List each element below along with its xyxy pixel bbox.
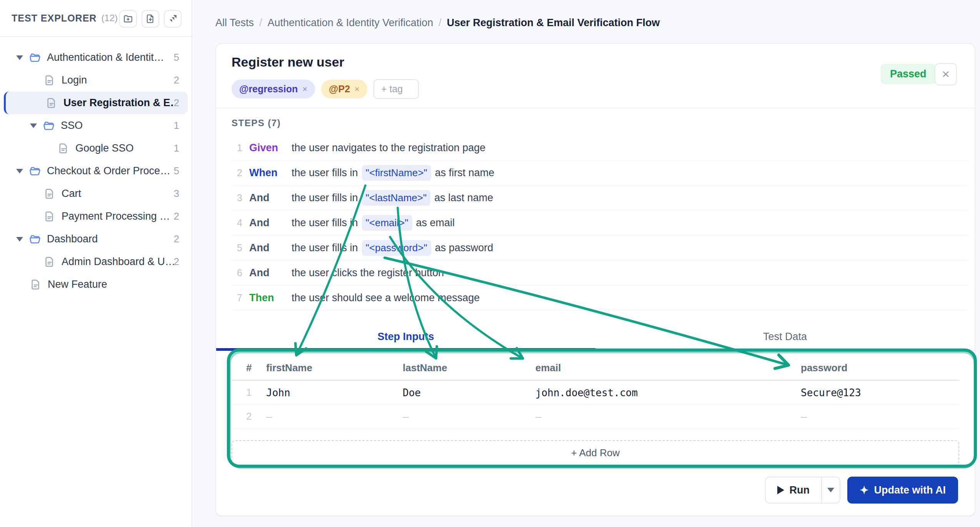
step-text: the user fills in: [292, 167, 358, 179]
step-text: as email: [416, 217, 455, 229]
sidebar-item-label: Admin Dashboard & U…: [62, 256, 174, 268]
sidebar-item-authentication[interactable]: Authentication & Identit… 5: [4, 46, 188, 69]
caret-down-icon[interactable]: [16, 169, 23, 173]
breadcrumb-all-tests[interactable]: All Tests: [215, 17, 254, 29]
item-count: 2: [174, 97, 188, 109]
tag-label: @P2: [329, 83, 350, 95]
cell-email[interactable]: john.doe@test.com: [528, 387, 793, 399]
new-folder-button[interactable]: [119, 10, 137, 28]
item-count: 2: [174, 210, 188, 222]
sidebar-item-label: Login: [62, 74, 87, 86]
actions-bar: Run ✦ Update with AI: [765, 477, 958, 504]
cell-firstName[interactable]: —: [258, 411, 395, 422]
new-test-button[interactable]: [142, 10, 159, 28]
sidebar-test-count: (12): [101, 13, 118, 23]
step-row[interactable]: 4 And the user fills in "<email>" as ema…: [232, 210, 968, 235]
row-number: 1: [232, 387, 258, 399]
step-keyword: And: [249, 192, 286, 204]
add-row-button[interactable]: + Add Row: [232, 440, 959, 465]
step-number: 3: [232, 192, 242, 203]
step-text: the user navigates to the registration p…: [292, 142, 485, 154]
cell-lastName[interactable]: Doe: [395, 387, 528, 399]
step-row[interactable]: 7 Then the user should see a welcome mes…: [232, 285, 968, 310]
cell-firstName[interactable]: John: [258, 387, 395, 399]
sidebar-item-sso[interactable]: SSO 1: [4, 114, 188, 137]
step-number: 7: [232, 292, 242, 304]
remove-tag-icon[interactable]: ×: [302, 84, 307, 94]
sidebar-item-new-feature[interactable]: New Feature: [4, 273, 188, 296]
test-case-card: Register new user @regression × @P2 × Pa…: [215, 43, 975, 516]
cell-password[interactable]: —: [793, 411, 959, 422]
item-count: 2: [174, 256, 188, 268]
sidebar-item-cart[interactable]: Cart 3: [4, 182, 188, 205]
test-case-title: Register new user: [232, 55, 344, 70]
sidebar-item-google-sso[interactable]: Google SSO 1: [4, 137, 188, 160]
sidebar-item-user-registration[interactable]: User Registration & E… 2: [4, 92, 188, 114]
divider: [216, 108, 975, 108]
close-button[interactable]: ×: [935, 63, 957, 85]
sparkle-icon: ✦: [860, 484, 868, 497]
remove-tag-icon[interactable]: ×: [355, 84, 360, 94]
cell-password[interactable]: Secure@123: [793, 387, 959, 399]
item-count: 1: [174, 142, 188, 154]
run-label: Run: [790, 484, 810, 496]
run-button[interactable]: Run: [765, 477, 840, 504]
add-tag-input[interactable]: [373, 79, 419, 99]
sidebar-item-label: New Feature: [48, 279, 107, 290]
column-header-password: password: [793, 362, 959, 374]
caret-down-icon[interactable]: [16, 237, 23, 242]
step-text: the user clicks the register button: [292, 267, 444, 279]
table-row[interactable]: 2 — — — —: [232, 405, 959, 429]
column-header-firstName: firstName: [258, 362, 395, 374]
step-text: as first name: [435, 167, 495, 179]
steps-heading: STEPS (7): [232, 118, 281, 128]
step-row[interactable]: 1 Given the user navigates to the regist…: [232, 135, 968, 160]
sidebar-item-login[interactable]: Login 2: [4, 69, 188, 92]
item-count: 5: [174, 52, 188, 63]
sidebar-item-admin-dashboard[interactable]: Admin Dashboard & U… 2: [4, 250, 188, 273]
sidebar-item-label: User Registration & E…: [63, 97, 174, 109]
step-param-lastName[interactable]: "<lastName>": [362, 190, 431, 206]
folder-icon: [43, 120, 55, 132]
jira-sync-button[interactable]: [164, 10, 182, 28]
table-row[interactable]: 1 John Doe john.doe@test.com Secure@123: [232, 381, 959, 405]
tab-step-inputs[interactable]: Step Inputs: [216, 323, 595, 350]
step-param-firstName[interactable]: "<firstName>": [362, 165, 431, 181]
update-with-ai-button[interactable]: ✦ Update with AI: [847, 477, 958, 504]
column-header-index: #: [232, 362, 258, 374]
item-count: 5: [174, 165, 188, 177]
active-tab-underline: [216, 348, 595, 351]
breadcrumb-folder[interactable]: Authentication & Identity Verification: [268, 17, 433, 29]
folder-icon: [29, 165, 41, 177]
step-row[interactable]: 3 And the user fills in "<lastName>" as …: [232, 185, 968, 210]
caret-down-icon[interactable]: [16, 55, 23, 60]
item-count: 2: [174, 233, 188, 245]
sidebar-item-label: Payment Processing …: [62, 210, 170, 222]
document-icon: [44, 256, 55, 268]
step-number: 6: [232, 267, 242, 279]
breadcrumb: All Tests / Authentication & Identity Ve…: [215, 17, 660, 29]
cell-lastName[interactable]: —: [395, 411, 528, 422]
step-keyword: Given: [249, 142, 286, 154]
caret-down-icon[interactable]: [30, 123, 37, 128]
tag-regression[interactable]: @regression ×: [232, 80, 315, 98]
document-icon: [58, 143, 69, 154]
sidebar-item-dashboard[interactable]: Dashboard 2: [4, 228, 188, 250]
breadcrumb-current: User Registration & Email Verification F…: [447, 17, 660, 29]
item-count: 3: [174, 188, 188, 200]
step-row[interactable]: 2 When the user fills in "<firstName>" a…: [232, 160, 968, 185]
step-text: the user fills in: [292, 217, 358, 229]
step-number: 1: [232, 142, 242, 153]
step-number: 2: [232, 167, 242, 178]
sidebar-item-checkout[interactable]: Checkout & Order Proce… 5: [4, 160, 188, 182]
step-param-password[interactable]: "<password>": [362, 240, 431, 256]
cell-email[interactable]: —: [528, 411, 793, 422]
step-row[interactable]: 5 And the user fills in "<password>" as …: [232, 235, 968, 260]
column-header-lastName: lastName: [395, 362, 528, 374]
tab-test-data[interactable]: Test Data: [595, 323, 975, 350]
step-param-email[interactable]: "<email>": [362, 215, 412, 231]
run-options-button[interactable]: [821, 477, 840, 503]
sidebar-item-payment-processing[interactable]: Payment Processing … 2: [4, 205, 188, 228]
step-row[interactable]: 6 And the user clicks the register butto…: [232, 260, 968, 285]
tag-p2[interactable]: @P2 ×: [321, 80, 367, 98]
